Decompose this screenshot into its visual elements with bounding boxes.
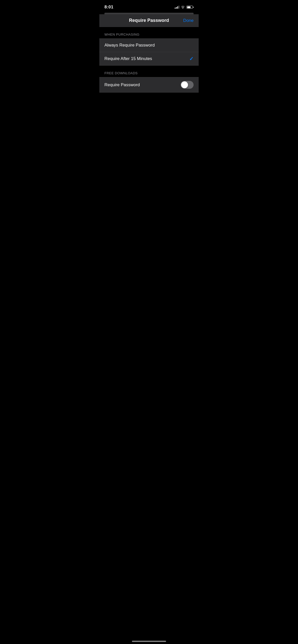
status-bar: 8:01 bbox=[99, 0, 199, 13]
wifi-icon bbox=[181, 6, 185, 9]
require-password-toggle[interactable] bbox=[181, 81, 194, 89]
require-password-item: Require Password bbox=[99, 77, 199, 92]
when-purchasing-header: WHEN PURCHASING bbox=[99, 33, 199, 38]
toggle-knob bbox=[181, 81, 188, 88]
require-after-15-item[interactable]: Require After 15 Minutes ✓ bbox=[99, 52, 199, 65]
always-require-label: Always Require Password bbox=[104, 43, 155, 48]
navigation-bar: Require Password Done bbox=[99, 14, 199, 27]
page-title: Require Password bbox=[129, 18, 169, 23]
battery-icon bbox=[186, 6, 194, 9]
free-downloads-section: FREE DOWNLOADS Require Password bbox=[99, 71, 199, 93]
done-button[interactable]: Done bbox=[183, 18, 194, 23]
status-time: 8:01 bbox=[104, 5, 113, 10]
free-downloads-header: FREE DOWNLOADS bbox=[99, 71, 199, 77]
when-purchasing-list: Always Require Password Require After 15… bbox=[99, 38, 199, 66]
require-password-label: Require Password bbox=[104, 82, 140, 87]
status-icons bbox=[175, 6, 194, 9]
signal-icon bbox=[175, 6, 179, 9]
free-downloads-list: Require Password bbox=[99, 77, 199, 93]
when-purchasing-section: WHEN PURCHASING Always Require Password … bbox=[99, 33, 199, 66]
checkmark-icon: ✓ bbox=[189, 56, 194, 62]
require-after-15-label: Require After 15 Minutes bbox=[104, 56, 152, 61]
always-require-item[interactable]: Always Require Password bbox=[99, 39, 199, 52]
